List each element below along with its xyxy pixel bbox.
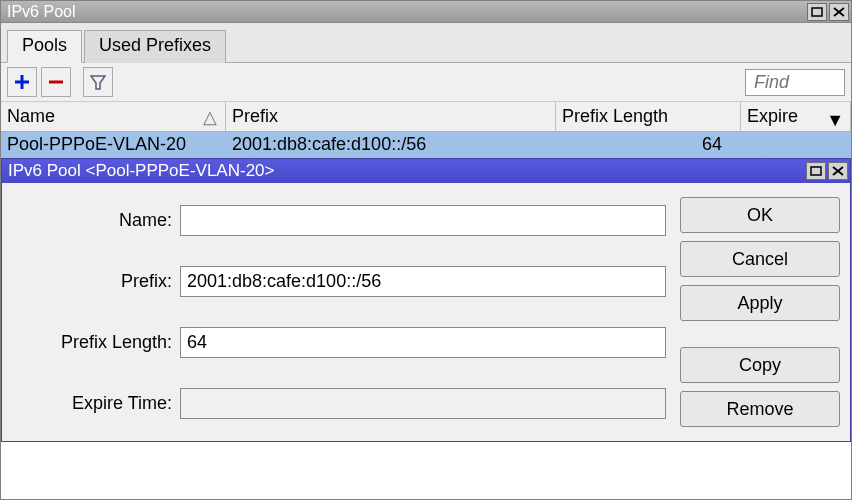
remove-button[interactable] xyxy=(41,67,71,97)
expire-time-field[interactable] xyxy=(180,388,666,419)
col-prefix-length[interactable]: Prefix Length xyxy=(556,102,741,131)
dialog-title: IPv6 Pool <Pool-PPPoE-VLAN-20> xyxy=(8,161,804,181)
col-name[interactable]: Name△ xyxy=(1,102,226,131)
sort-desc-icon: ▼ xyxy=(826,110,844,131)
sort-indicator-icon: △ xyxy=(203,106,217,128)
label-prefix: Prefix: xyxy=(12,271,172,292)
prefix-length-field[interactable] xyxy=(180,327,666,358)
add-button[interactable] xyxy=(7,67,37,97)
cancel-button[interactable]: Cancel xyxy=(680,241,840,277)
ok-button[interactable]: OK xyxy=(680,197,840,233)
col-expire[interactable]: Expire▼ xyxy=(741,102,851,131)
tab-strip: Pools Used Prefixes xyxy=(1,23,851,62)
dialog-titlebar: IPv6 Pool <Pool-PPPoE-VLAN-20> xyxy=(2,159,850,183)
filter-button[interactable] xyxy=(83,67,113,97)
svg-marker-6 xyxy=(91,76,105,89)
col-prefix[interactable]: Prefix xyxy=(226,102,556,131)
label-name: Name: xyxy=(12,210,172,231)
dialog-maximize-button[interactable] xyxy=(806,162,826,180)
cell-name: Pool-PPPoE-VLAN-20 xyxy=(1,132,226,157)
dialog-actions: OK Cancel Apply Copy Remove xyxy=(680,197,840,427)
main-close-button[interactable] xyxy=(829,3,849,21)
main-window-title: IPv6 Pool xyxy=(7,3,805,21)
name-field[interactable] xyxy=(180,205,666,236)
cell-prefix: 2001:db8:cafe:d100::/56 xyxy=(226,132,556,157)
remove-dialog-button[interactable]: Remove xyxy=(680,391,840,427)
find-input[interactable] xyxy=(745,69,845,96)
form: Name: Prefix: Prefix Length: Expire Time… xyxy=(12,197,666,427)
cell-prefix-length: 64 xyxy=(556,132,741,157)
svg-rect-7 xyxy=(811,167,821,175)
pool-edit-dialog: IPv6 Pool <Pool-PPPoE-VLAN-20> Name: Pre… xyxy=(1,158,851,442)
tab-body: Name△ Prefix Prefix Length Expire▼ Pool-… xyxy=(1,62,851,442)
grid-header: Name△ Prefix Prefix Length Expire▼ xyxy=(1,101,851,132)
dialog-close-button[interactable] xyxy=(828,162,848,180)
table-row[interactable]: Pool-PPPoE-VLAN-20 2001:db8:cafe:d100::/… xyxy=(1,132,851,158)
prefix-field[interactable] xyxy=(180,266,666,297)
tab-pools[interactable]: Pools xyxy=(7,30,82,63)
copy-button[interactable]: Copy xyxy=(680,347,840,383)
dialog-body: Name: Prefix: Prefix Length: Expire Time… xyxy=(2,183,850,441)
label-prefix-length: Prefix Length: xyxy=(12,332,172,353)
tab-used-prefixes[interactable]: Used Prefixes xyxy=(84,30,226,63)
toolbar xyxy=(1,63,851,101)
label-expire-time: Expire Time: xyxy=(12,393,172,414)
main-maximize-button[interactable] xyxy=(807,3,827,21)
apply-button[interactable]: Apply xyxy=(680,285,840,321)
svg-rect-0 xyxy=(812,8,822,16)
main-window-titlebar: IPv6 Pool xyxy=(1,1,851,23)
cell-expire xyxy=(741,132,851,157)
